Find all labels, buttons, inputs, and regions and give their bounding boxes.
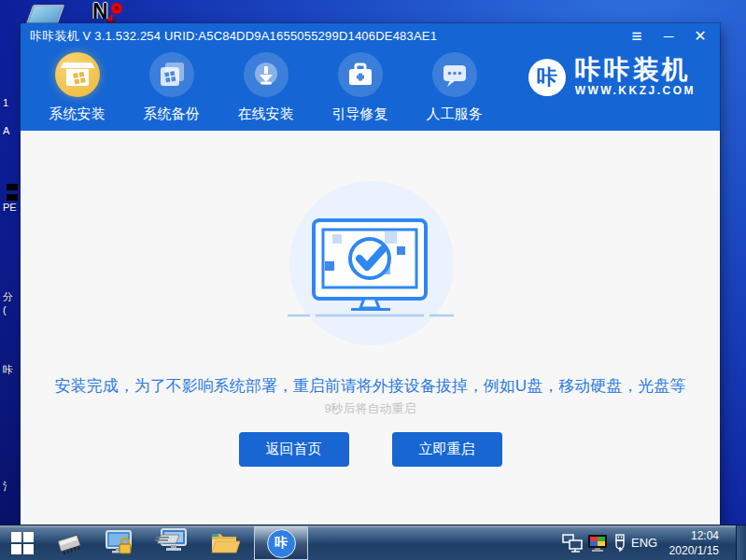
taskbar-item-explorer[interactable]	[204, 527, 245, 559]
desktop-icon-nkey[interactable]: N	[92, 1, 130, 23]
install-complete-message: 安装完成，为了不影响系统部署，重启前请将外接设备拔掉，例如U盘，移动硬盘，光盘等	[21, 375, 720, 397]
return-home-button[interactable]: 返回首页	[239, 432, 349, 467]
taskbar-item-chip[interactable]	[49, 527, 90, 559]
kaka-installer-window: 咔咔装机 V 3.1.532.254 URID:A5C84DD9A1655055…	[21, 23, 720, 525]
computer-keyboard-icon	[152, 528, 188, 558]
kaka-logo-icon: 咔	[528, 59, 566, 96]
usb-tray-icon[interactable]	[612, 534, 627, 556]
red-key-icon	[105, 1, 129, 25]
nav-label: 引导修复	[332, 105, 388, 123]
monitor-lock-icon	[104, 529, 135, 557]
restart-now-button[interactable]: 立即重启	[392, 432, 502, 467]
download-icon	[244, 52, 289, 97]
clock[interactable]: 12:04 2020/1/15	[669, 528, 719, 558]
nav-label: 系统备份	[144, 105, 200, 123]
clock-date: 2020/1/15	[669, 543, 719, 558]
close-icon[interactable]: ✕	[692, 27, 709, 46]
brand-url: WWW.KKZJ.COM	[575, 84, 696, 97]
nav-label: 系统安装	[49, 105, 106, 123]
nav-item-system-install[interactable]: 系统安装	[30, 52, 124, 123]
brand-name: 咔咔装机	[575, 57, 696, 83]
folder-icon	[208, 530, 240, 556]
language-indicator[interactable]: ENG	[631, 536, 657, 550]
nav-label: 在线安装	[238, 105, 294, 123]
minimize-icon[interactable]: ─	[660, 27, 677, 46]
install-box-icon	[55, 52, 100, 97]
brand-logo: 咔 咔咔装机 WWW.KKZJ.COM	[528, 57, 696, 97]
taskbar-item-pc-keyboard[interactable]	[149, 527, 190, 559]
taskbar-item-kaka-active[interactable]: 咔	[254, 526, 308, 560]
window-controls: ≡ ─ ✕	[628, 27, 709, 46]
backup-windows-icon	[149, 52, 194, 97]
chat-icon	[432, 52, 477, 97]
restart-countdown: 9秒后将自动重启	[21, 400, 720, 417]
desktop-label-fragment[interactable]: 分	[3, 290, 13, 304]
desktop: { "desktop": { "fragments": ["1", "A", "…	[0, 0, 746, 560]
display-settings-tray-icon[interactable]	[587, 534, 608, 556]
start-button[interactable]	[0, 525, 45, 560]
nav-label: 人工服务	[427, 105, 483, 123]
nav-item-system-backup[interactable]: 系统备份	[124, 52, 218, 123]
nav-item-boot-repair[interactable]: 引导修复	[313, 52, 407, 123]
desktop-label-fragment[interactable]: 1	[3, 97, 8, 108]
window-title: 咔咔装机 V 3.1.532.254 URID:A5C84DD9A1655055…	[30, 28, 437, 45]
clock-time: 12:04	[669, 528, 719, 543]
action-buttons: 返回首页 立即重启	[21, 432, 720, 467]
title-bar[interactable]: 咔咔装机 V 3.1.532.254 URID:A5C84DD9A1655055…	[21, 23, 720, 49]
network-tray-icon[interactable]	[562, 534, 584, 556]
nav-bar: 系统安装 系统备份	[30, 52, 501, 123]
kaka-app-icon: 咔	[267, 529, 296, 558]
desktop-label-fragment[interactable]: (	[3, 304, 7, 315]
nav-item-online-install[interactable]: 在线安装	[218, 52, 313, 123]
desktop-label-fragment[interactable]: 氵	[3, 480, 13, 494]
toolbox-icon	[338, 52, 383, 97]
taskbar: 咔 ENG 12:04 2020/1/	[0, 525, 746, 560]
desktop-label-fragment[interactable]: 咔	[3, 363, 13, 377]
show-desktop-button[interactable]	[736, 525, 746, 560]
windows-logo-icon	[11, 532, 34, 554]
menu-icon[interactable]: ≡	[628, 27, 645, 46]
memory-chip-icon	[52, 529, 86, 557]
monitor-check-illustration	[286, 217, 459, 321]
desktop-label-fragment[interactable]: A	[3, 125, 9, 136]
window-header: 咔咔装机 V 3.1.532.254 URID:A5C84DD9A1655055…	[21, 23, 720, 131]
desktop-label-fragment[interactable]: PE	[3, 202, 17, 213]
desktop-icon-fragment	[7, 184, 18, 190]
desktop-icon-fragment	[7, 194, 18, 201]
nav-item-customer-service[interactable]: 人工服务	[407, 52, 501, 123]
taskbar-item-remote[interactable]	[99, 527, 140, 559]
